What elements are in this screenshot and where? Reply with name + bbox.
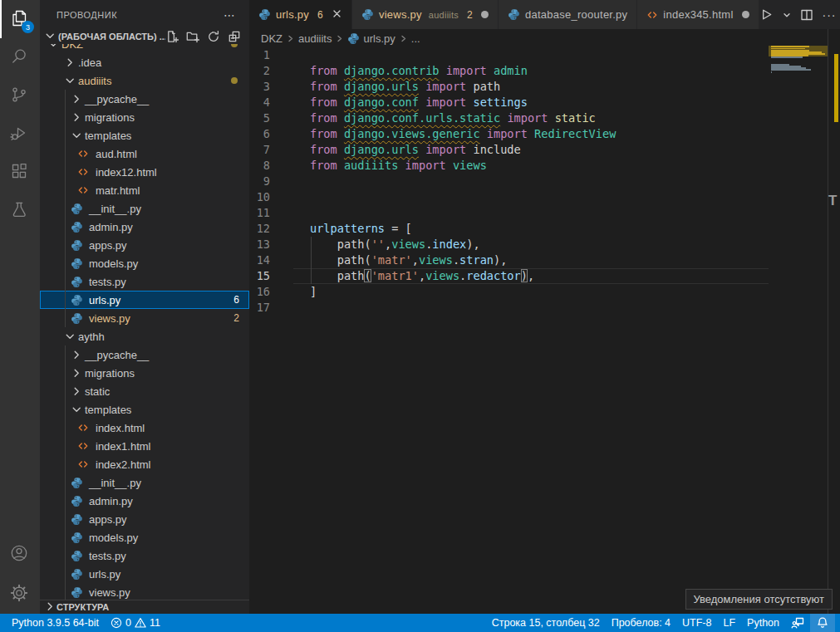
tree-item-templates[interactable]: templates	[40, 126, 249, 145]
chevron-right-icon	[335, 34, 344, 43]
chevron-right-icon	[399, 34, 408, 43]
minimap[interactable]	[769, 29, 828, 614]
tree-item-migrations[interactable]: migrations	[40, 108, 249, 126]
modified-dot-icon	[481, 11, 489, 18]
breadcrumb-item-...[interactable]: ...	[411, 32, 420, 45]
tree-item-apps.py[interactable]: apps.py	[40, 236, 249, 254]
line-number: 6	[249, 126, 270, 142]
status-problems[interactable]: 011	[105, 614, 166, 632]
account-icon[interactable]	[0, 534, 40, 574]
tree-item-tests.py[interactable]: tests.py	[40, 272, 249, 291]
code-editor[interactable]: 12from django.contrib import admin3from …	[249, 47, 840, 614]
new-file-icon[interactable]	[165, 30, 179, 43]
code-line-15: path('matr1',views.redactor),	[310, 268, 534, 284]
tree-item-apps.py[interactable]: apps.py	[40, 510, 249, 528]
run-debug-icon[interactable]	[0, 115, 40, 153]
tree-item-models.py[interactable]: models.py	[40, 528, 249, 546]
collapse-all-icon[interactable]	[228, 30, 241, 43]
outline-section-header[interactable]: СТРУКТУРА	[40, 600, 249, 614]
status-item[interactable]: Пробелов: 4	[606, 614, 676, 632]
explorer-more-icon[interactable]: ⋯	[224, 8, 236, 22]
line-number: 7	[249, 142, 270, 158]
tree-item-urls.py[interactable]: urls.py6	[40, 291, 249, 309]
tab-index345.html[interactable]: index345.html	[637, 0, 758, 29]
line-number: 13	[249, 237, 270, 252]
html-file-icon	[76, 165, 90, 179]
current-line-highlight	[293, 268, 769, 269]
activity-bar: 3	[0, 0, 40, 614]
git-modified-dot	[231, 77, 238, 84]
tree-item-index12.html[interactable]: index12.html	[40, 163, 249, 181]
tree-item-admin.py[interactable]: admin.py	[40, 492, 249, 510]
html-file-icon	[76, 147, 90, 160]
tree-item-templates[interactable]: templates	[40, 400, 249, 419]
code-line-13: path('',views.index),	[310, 237, 480, 252]
extensions-icon[interactable]	[0, 153, 40, 191]
status-item[interactable]: Python	[741, 614, 785, 632]
breadcrumb-item-urls.py[interactable]: urls.py	[347, 32, 395, 45]
refresh-icon[interactable]	[207, 30, 220, 43]
workspace-section-header[interactable]: (РАБОЧАЯ ОБЛАСТЬ) ...	[40, 29, 249, 44]
tree-item-static[interactable]: static	[40, 382, 249, 400]
file-tree: DKZ.ideaaudiiits__pycache__migrationstem…	[40, 29, 249, 600]
tree-item-aud.html[interactable]: aud.html	[40, 145, 249, 163]
tree-item-__init__.py[interactable]: __init__.py	[40, 473, 249, 492]
tab-views.py[interactable]: views.pyaudiiits2	[352, 0, 498, 29]
files-icon[interactable]: 3	[0, 0, 40, 38]
tree-item-audiiits[interactable]: audiiits	[40, 71, 249, 90]
outline-label: СТРУКТУРА	[56, 602, 109, 612]
tree-item-__init__.py[interactable]: __init__.py	[40, 199, 249, 218]
close-icon[interactable]	[332, 8, 342, 22]
indent-guide	[311, 237, 312, 284]
tree-item-index1.html[interactable]: index1.html	[40, 437, 249, 455]
python-file-icon	[70, 275, 83, 288]
tree-item-__pycache__[interactable]: __pycache__	[40, 345, 249, 364]
breadcrumb-item-audiiits[interactable]: audiiits	[298, 32, 332, 45]
search-icon[interactable]	[0, 38, 40, 76]
vscode-window: 3 ПРОВОДНИК ⋯ DKZ.ideaaudiiits__pycache_…	[0, 0, 840, 632]
tree-item-admin.py[interactable]: admin.py	[40, 218, 249, 236]
indent-guide	[65, 345, 66, 600]
tree-item-index2.html[interactable]: index2.html	[40, 455, 249, 473]
tree-item-views.py[interactable]: views.py	[40, 583, 249, 600]
status-item[interactable]: Строка 15, столбец 32	[486, 614, 606, 632]
tree-item-.idea[interactable]: .idea	[40, 53, 249, 71]
chevron-right-icon	[70, 92, 83, 105]
tree-item-matr.html[interactable]: matr.html	[40, 181, 249, 199]
status-item[interactable]: LF	[717, 614, 741, 632]
tree-item-tests.py[interactable]: tests.py	[40, 546, 249, 565]
tree-item-migrations[interactable]: migrations	[40, 364, 249, 382]
tree-item-urls.py[interactable]: urls.py	[40, 565, 249, 583]
new-folder-icon[interactable]	[186, 30, 199, 43]
tree-item-views.py[interactable]: views.py2	[40, 309, 249, 327]
tree-item-__pycache__[interactable]: __pycache__	[40, 90, 249, 108]
chevron-right-icon	[70, 348, 83, 361]
testing-icon[interactable]	[0, 191, 40, 229]
line-number: 16	[249, 284, 270, 300]
status-item[interactable]: UTF-8	[676, 614, 717, 632]
current-line-highlight	[293, 283, 769, 284]
breadcrumb[interactable]: DKZaudiiitsurls.py...	[249, 29, 840, 47]
run-button[interactable]	[759, 7, 774, 22]
tree-item-models.py[interactable]: models.py	[40, 254, 249, 272]
tab-database_roouter.py[interactable]: database_roouter.py	[499, 0, 636, 29]
run-dropdown-icon[interactable]	[783, 11, 791, 19]
status-python-version[interactable]: Python 3.9.5 64-bit	[6, 614, 105, 632]
python-file-icon	[70, 512, 83, 526]
split-editor-icon[interactable]	[800, 8, 813, 22]
chevron-down-icon	[70, 403, 83, 416]
tree-item-index.html[interactable]: index.html	[40, 419, 249, 437]
code-line-8: from audiiits import views	[310, 158, 487, 174]
error-icon	[111, 617, 122, 629]
breadcrumb-item-DKZ[interactable]: DKZ	[261, 32, 282, 45]
bell-icon[interactable]	[810, 614, 835, 632]
source-control-icon[interactable]	[0, 76, 40, 115]
git-changes-badge: 2	[233, 312, 239, 324]
more-actions-icon[interactable]: ···	[823, 8, 837, 22]
code-line-2: from django.contrib import admin	[310, 63, 528, 79]
tree-item-aythh[interactable]: aythh	[40, 327, 249, 345]
tab-urls.py[interactable]: urls.py6	[249, 0, 351, 29]
settings-gear-icon[interactable]	[0, 574, 40, 614]
chevron-down-icon	[63, 330, 76, 343]
feedback-icon[interactable]	[785, 614, 810, 632]
